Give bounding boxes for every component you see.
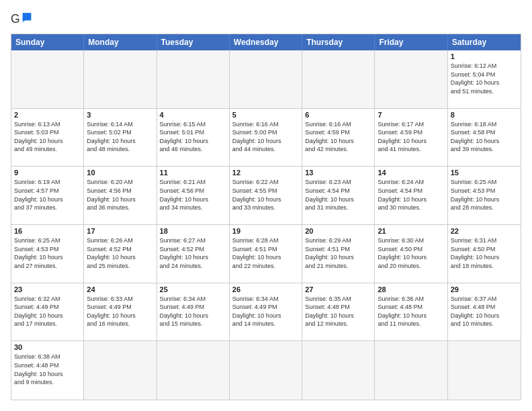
calendar-cell: [448, 341, 521, 400]
cell-info: Sunrise: 6:35 AM Sunset: 4:48 PM Dayligh…: [305, 295, 371, 328]
day-number: 26: [232, 285, 299, 293]
calendar-cell: [11, 50, 84, 109]
cell-info: Sunrise: 6:15 AM Sunset: 5:01 PM Dayligh…: [160, 120, 226, 154]
calendar-cell: [302, 50, 375, 109]
calendar-cell: 17Sunrise: 6:26 AM Sunset: 4:52 PM Dayli…: [84, 225, 157, 283]
cell-info: Sunrise: 6:37 AM Sunset: 4:48 PM Dayligh…: [451, 295, 518, 328]
calendar-cell: 15Sunrise: 6:25 AM Sunset: 4:53 PM Dayli…: [448, 167, 521, 225]
cell-info: Sunrise: 6:31 AM Sunset: 4:50 PM Dayligh…: [451, 236, 518, 270]
cell-info: Sunrise: 6:32 AM Sunset: 4:49 PM Dayligh…: [14, 295, 81, 328]
calendar-cell: [84, 50, 157, 109]
cell-info: Sunrise: 6:26 AM Sunset: 4:52 PM Dayligh…: [87, 236, 153, 270]
calendar-cell: [84, 341, 157, 400]
calendar-cell: 21Sunrise: 6:30 AM Sunset: 4:50 PM Dayli…: [375, 225, 447, 283]
calendar-cell: [375, 50, 447, 109]
day-number: 18: [160, 227, 226, 235]
day-header-saturday: Saturday: [448, 34, 521, 50]
calendar-cell: [230, 50, 302, 109]
day-number: 3: [87, 111, 153, 119]
day-number: 19: [232, 227, 299, 235]
day-number: 28: [378, 285, 444, 293]
cell-info: Sunrise: 6:18 AM Sunset: 4:58 PM Dayligh…: [451, 120, 518, 154]
calendar-cell: 26Sunrise: 6:34 AM Sunset: 4:49 PM Dayli…: [230, 283, 302, 342]
day-number: 8: [451, 111, 518, 119]
day-number: 10: [87, 169, 153, 177]
calendar-cell: 22Sunrise: 6:31 AM Sunset: 4:50 PM Dayli…: [448, 225, 521, 283]
cell-info: Sunrise: 6:34 AM Sunset: 4:49 PM Dayligh…: [160, 295, 226, 328]
day-header-sunday: Sunday: [11, 34, 84, 50]
day-header-wednesday: Wednesday: [230, 34, 302, 50]
day-number: 6: [305, 111, 371, 119]
calendar-cell: 24Sunrise: 6:33 AM Sunset: 4:49 PM Dayli…: [84, 283, 157, 342]
day-number: 24: [87, 285, 153, 293]
day-number: 16: [14, 227, 81, 235]
calendar-cell: 13Sunrise: 6:23 AM Sunset: 4:54 PM Dayli…: [302, 167, 375, 225]
cell-info: Sunrise: 6:29 AM Sunset: 4:51 PM Dayligh…: [305, 236, 371, 270]
cell-info: Sunrise: 6:24 AM Sunset: 4:54 PM Dayligh…: [378, 178, 444, 212]
cell-info: Sunrise: 6:22 AM Sunset: 4:55 PM Dayligh…: [232, 178, 299, 212]
day-number: 30: [14, 343, 81, 351]
header: G: [11, 11, 521, 27]
calendar-cell: 25Sunrise: 6:34 AM Sunset: 4:49 PM Dayli…: [157, 283, 230, 342]
day-headers: SundayMondayTuesdayWednesdayThursdayFrid…: [11, 34, 521, 50]
cell-info: Sunrise: 6:17 AM Sunset: 4:59 PM Dayligh…: [378, 120, 444, 154]
day-number: 14: [378, 169, 444, 177]
calendar-cell: 16Sunrise: 6:25 AM Sunset: 4:53 PM Dayli…: [11, 225, 84, 283]
calendar-cell: 3Sunrise: 6:14 AM Sunset: 5:02 PM Daylig…: [84, 109, 157, 167]
cell-info: Sunrise: 6:25 AM Sunset: 4:53 PM Dayligh…: [451, 178, 518, 212]
day-number: 2: [14, 111, 81, 119]
day-header-monday: Monday: [84, 34, 157, 50]
day-number: 12: [232, 169, 299, 177]
calendar-cell: 7Sunrise: 6:17 AM Sunset: 4:59 PM Daylig…: [375, 109, 447, 167]
cell-info: Sunrise: 6:28 AM Sunset: 4:51 PM Dayligh…: [232, 236, 299, 270]
calendar-cell: 2Sunrise: 6:13 AM Sunset: 5:03 PM Daylig…: [11, 109, 84, 167]
cell-info: Sunrise: 6:27 AM Sunset: 4:52 PM Dayligh…: [160, 236, 226, 270]
cell-info: Sunrise: 6:16 AM Sunset: 5:00 PM Dayligh…: [232, 120, 299, 154]
day-number: 15: [451, 169, 518, 177]
day-number: 7: [378, 111, 444, 119]
cell-info: Sunrise: 6:33 AM Sunset: 4:49 PM Dayligh…: [87, 295, 153, 328]
calendar-cell: 12Sunrise: 6:22 AM Sunset: 4:55 PM Dayli…: [230, 167, 302, 225]
calendar-cell: 6Sunrise: 6:16 AM Sunset: 4:59 PM Daylig…: [302, 109, 375, 167]
cell-info: Sunrise: 6:13 AM Sunset: 5:03 PM Dayligh…: [14, 120, 81, 154]
day-number: 11: [160, 169, 226, 177]
day-header-thursday: Thursday: [302, 34, 375, 50]
cell-info: Sunrise: 6:20 AM Sunset: 4:56 PM Dayligh…: [87, 178, 153, 212]
day-number: 4: [160, 111, 226, 119]
calendar-cell: 23Sunrise: 6:32 AM Sunset: 4:49 PM Dayli…: [11, 283, 84, 342]
cell-info: Sunrise: 6:38 AM Sunset: 4:48 PM Dayligh…: [14, 353, 81, 386]
day-number: 25: [160, 285, 226, 293]
calendar-cell: [230, 341, 302, 400]
calendar-cell: 27Sunrise: 6:35 AM Sunset: 4:48 PM Dayli…: [302, 283, 375, 342]
day-number: 21: [378, 227, 444, 235]
calendar-cell: 18Sunrise: 6:27 AM Sunset: 4:52 PM Dayli…: [157, 225, 230, 283]
calendar-cell: 19Sunrise: 6:28 AM Sunset: 4:51 PM Dayli…: [230, 225, 302, 283]
calendar-cell: 10Sunrise: 6:20 AM Sunset: 4:56 PM Dayli…: [84, 167, 157, 225]
calendar-cell: [157, 50, 230, 109]
day-number: 9: [14, 169, 81, 177]
cell-info: Sunrise: 6:30 AM Sunset: 4:50 PM Dayligh…: [378, 236, 444, 270]
day-number: 13: [305, 169, 371, 177]
calendar-cell: 28Sunrise: 6:36 AM Sunset: 4:48 PM Dayli…: [375, 283, 447, 342]
calendar-body: 1Sunrise: 6:12 AM Sunset: 5:04 PM Daylig…: [11, 50, 521, 400]
calendar-cell: 1Sunrise: 6:12 AM Sunset: 5:04 PM Daylig…: [448, 50, 521, 109]
day-number: 22: [451, 227, 518, 235]
cell-info: Sunrise: 6:25 AM Sunset: 4:53 PM Dayligh…: [14, 236, 81, 270]
calendar-cell: 20Sunrise: 6:29 AM Sunset: 4:51 PM Dayli…: [302, 225, 375, 283]
logo: G: [11, 11, 35, 27]
day-number: 27: [305, 285, 371, 293]
calendar-cell: 9Sunrise: 6:19 AM Sunset: 4:57 PM Daylig…: [11, 167, 84, 225]
cell-info: Sunrise: 6:34 AM Sunset: 4:49 PM Dayligh…: [232, 295, 299, 328]
calendar-cell: [157, 341, 230, 400]
day-header-tuesday: Tuesday: [157, 34, 230, 50]
cell-info: Sunrise: 6:23 AM Sunset: 4:54 PM Dayligh…: [305, 178, 371, 212]
day-header-friday: Friday: [375, 34, 447, 50]
day-number: 17: [87, 227, 153, 235]
day-number: 1: [451, 52, 518, 60]
calendar-cell: 4Sunrise: 6:15 AM Sunset: 5:01 PM Daylig…: [157, 109, 230, 167]
day-number: 20: [305, 227, 371, 235]
page: G SundayMondayTuesdayWednesdayThursdayFr…: [0, 0, 532, 411]
cell-info: Sunrise: 6:36 AM Sunset: 4:48 PM Dayligh…: [378, 295, 444, 328]
calendar-cell: 29Sunrise: 6:37 AM Sunset: 4:48 PM Dayli…: [448, 283, 521, 342]
cell-info: Sunrise: 6:19 AM Sunset: 4:57 PM Dayligh…: [14, 178, 81, 212]
